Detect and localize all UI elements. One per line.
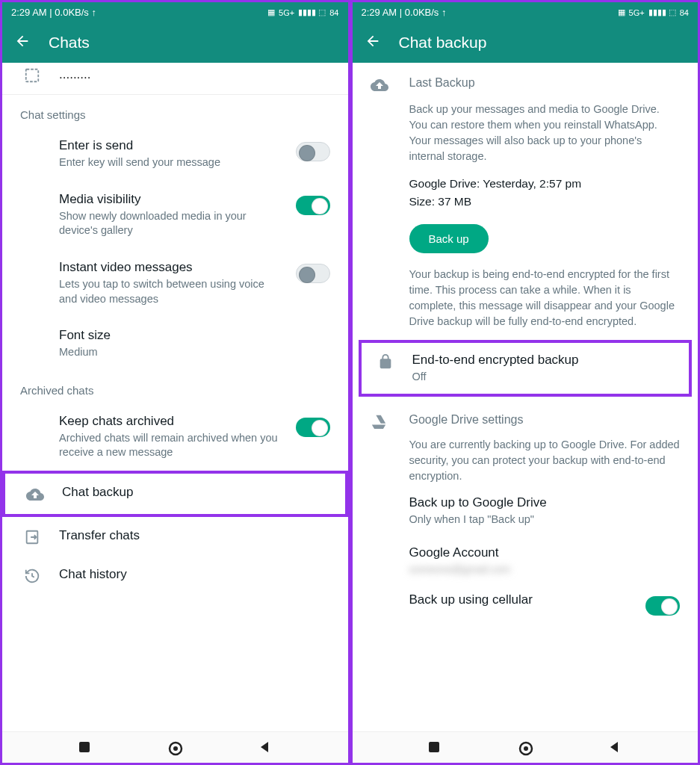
nav-back-icon-r[interactable] — [607, 740, 622, 755]
cloud-upload-icon — [23, 486, 47, 504]
status-bar: 2:29 AM | 0.0KB/s ↑ ▦ 5G+ ▮▮▮▮ ⬚84 — [2, 2, 348, 22]
status-time: 2:29 AM | 0.0KB/s ↑ — [11, 7, 96, 18]
nav-bar-r — [353, 731, 699, 763]
app-bar: Chats — [2, 22, 348, 63]
google-account-item[interactable]: Google Account — [353, 537, 699, 561]
transfer-chats-title: Transfer chats — [59, 527, 330, 544]
backup-cellular-title: Back up using cellular — [409, 592, 631, 608]
backup-button[interactable]: Back up — [409, 224, 489, 253]
instant-video-item[interactable]: Instant video messagesLets you tap to sw… — [2, 249, 348, 317]
nav-back-icon[interactable] — [258, 740, 273, 755]
status-icons: ▦ 5G+ ▮▮▮▮ ⬚84 — [267, 7, 338, 17]
size-info: Size: 37 MB — [353, 193, 699, 211]
google-drive-icon — [371, 413, 394, 433]
phone-left: 2:29 AM | 0.0KB/s ↑ ▦ 5G+ ▮▮▮▮ ⬚84 Chats… — [0, 0, 350, 765]
status-bar-r: 2:29 AM | 0.0KB/s ↑ ▦ 5G+ ▮▮▮▮ ⬚84 — [353, 2, 699, 22]
font-size-sub: Medium — [59, 345, 330, 360]
section-archived: Archived chats — [2, 371, 348, 403]
backup-to-drive-sub: Only when I tap "Back up" — [409, 512, 681, 527]
phone-right: 2:29 AM | 0.0KB/s ↑ ▦ 5G+ ▮▮▮▮ ⬚84 Chat … — [350, 0, 701, 765]
chat-backup-title: Chat backup — [62, 484, 327, 501]
wallpaper-item[interactable]: ......... — [2, 63, 348, 95]
media-visibility-sub: Show newly downloaded media in your devi… — [59, 209, 281, 238]
history-icon — [20, 568, 44, 584]
e2e-backup-item[interactable]: End-to-end encrypted backupOff — [359, 340, 693, 397]
svg-point-4 — [173, 746, 178, 751]
google-account-email: someone@gmail.com — [353, 562, 699, 581]
chat-history-title: Chat history — [59, 566, 330, 583]
section-chat-settings: Chat settings — [2, 95, 348, 127]
nav-bar — [2, 731, 348, 763]
status-icons-r: ▦ 5G+ ▮▮▮▮ ⬚84 — [618, 7, 689, 17]
backup-cellular-item[interactable]: Back up using cellular — [353, 581, 699, 626]
page-title: Chats — [49, 34, 90, 52]
font-size-title: Font size — [59, 327, 330, 344]
media-visibility-title: Media visibility — [59, 191, 281, 208]
chat-backup-item[interactable]: Chat backup — [2, 471, 348, 517]
app-bar-r: Chat backup — [353, 22, 699, 63]
content-right[interactable]: Last Backup Back up your messages and me… — [353, 63, 699, 763]
nav-recent-icon[interactable] — [78, 740, 93, 755]
enter-send-sub: Enter key will send your message — [59, 155, 281, 170]
keep-archived-sub: Archived chats will remain archived when… — [59, 431, 281, 460]
drive-info: Google Drive: Yesterday, 2:57 pm — [353, 175, 699, 193]
status-time-r: 2:29 AM | 0.0KB/s ↑ — [362, 7, 447, 18]
font-size-item[interactable]: Font sizeMedium — [2, 317, 348, 371]
google-account-title: Google Account — [409, 545, 681, 561]
page-title-r: Chat backup — [399, 34, 487, 52]
svg-rect-5 — [429, 742, 439, 752]
back-icon[interactable] — [14, 33, 31, 52]
media-visibility-item[interactable]: Media visibilityShow newly downloaded me… — [2, 181, 348, 249]
keep-archived-toggle[interactable] — [296, 418, 330, 437]
backup-cellular-toggle[interactable] — [645, 596, 680, 616]
nav-home-icon[interactable] — [167, 740, 182, 755]
keep-archived-item[interactable]: Keep chats archivedArchived chats will r… — [2, 403, 348, 471]
svg-rect-0 — [26, 69, 39, 82]
transfer-chats-item[interactable]: Transfer chats — [2, 517, 348, 556]
lock-icon — [374, 353, 397, 370]
instant-video-toggle[interactable] — [296, 264, 330, 283]
instant-video-title: Instant video messages — [59, 259, 281, 276]
cloud-icon — [371, 76, 394, 97]
content-left[interactable]: ......... Chat settings Enter is sendEnt… — [2, 63, 348, 763]
keep-archived-title: Keep chats archived — [59, 413, 281, 430]
back-icon-r[interactable] — [365, 33, 381, 52]
encryption-progress: Your backup is being end-to-end encrypte… — [353, 267, 699, 340]
media-visibility-toggle[interactable] — [296, 196, 330, 215]
gdrive-desc: You are currently backing up to Google D… — [353, 437, 699, 484]
chat-history-item[interactable]: Chat history — [2, 556, 348, 595]
last-backup-label: Last Backup — [409, 76, 475, 97]
last-backup-desc: Back up your messages and media to Googl… — [353, 102, 699, 164]
svg-point-7 — [524, 746, 528, 751]
transfer-icon — [20, 529, 44, 545]
enter-send-title: Enter is send — [59, 137, 281, 154]
e2e-title: End-to-end encrypted backup — [412, 352, 678, 368]
enter-send-toggle[interactable] — [296, 142, 330, 161]
wallpaper-label: ......... — [59, 67, 91, 82]
wallpaper-icon — [20, 67, 44, 84]
backup-to-drive-title: Back up to Google Drive — [409, 495, 681, 511]
nav-recent-icon-r[interactable] — [427, 740, 442, 755]
instant-video-sub: Lets you tap to switch between using voi… — [59, 277, 281, 306]
e2e-sub: Off — [412, 370, 678, 385]
nav-home-icon-r[interactable] — [518, 740, 533, 755]
enter-send-item[interactable]: Enter is sendEnter key will send your me… — [2, 127, 348, 181]
svg-rect-2 — [79, 742, 90, 752]
gdrive-label: Google Drive settings — [409, 413, 524, 433]
backup-to-drive-item[interactable]: Back up to Google DriveOnly when I tap "… — [353, 484, 699, 538]
